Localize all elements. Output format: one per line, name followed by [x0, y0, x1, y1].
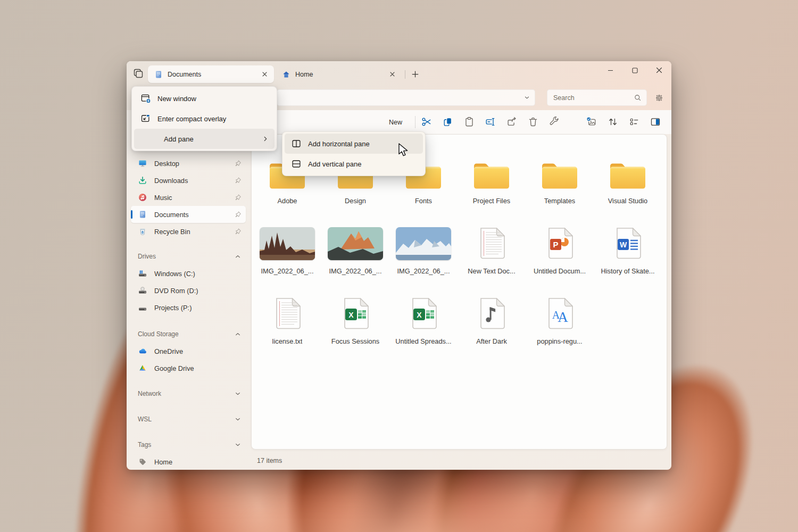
preview-pane-button[interactable]: [646, 113, 664, 131]
sidebar-item-onedrive[interactable]: OneDrive: [131, 343, 246, 360]
sidebar-item-windows-c[interactable]: Windows (C:): [131, 265, 246, 282]
file-item-folder[interactable]: Project Files: [458, 151, 526, 221]
search-input[interactable]: Search: [547, 89, 647, 106]
tab-close-button[interactable]: [387, 69, 397, 80]
new-window-icon: [140, 93, 151, 104]
sidebar-section-network[interactable]: Network: [127, 385, 250, 402]
sidebar-item-desktop[interactable]: Desktop: [131, 155, 246, 172]
pin-icon[interactable]: [234, 228, 242, 235]
menu-item-label: Enter compact overlay: [157, 115, 269, 123]
paste-button[interactable]: [460, 113, 478, 131]
sidebar-section-tags[interactable]: Tags: [127, 436, 250, 453]
sidebar-section-cloud-storage[interactable]: Cloud Storage: [127, 326, 250, 343]
sidebar-item-downloads[interactable]: Downloads: [131, 172, 246, 189]
menu-item-enter-compact-overlay[interactable]: Enter compact overlay: [134, 109, 275, 129]
address-bar[interactable]: [277, 89, 535, 106]
sidebar-item-recycle-bin[interactable]: Recycle Bin: [131, 223, 246, 240]
file-item-excel[interactable]: X Focus Sessions: [321, 291, 389, 361]
file-item-word[interactable]: W History of Skate...: [594, 221, 662, 291]
gear-icon: [654, 93, 664, 103]
file-item-label: license.txt: [272, 337, 303, 345]
cut-button[interactable]: [418, 113, 436, 131]
pin-icon[interactable]: [234, 160, 242, 167]
file-item-image[interactable]: IMG_2022_06_...: [321, 221, 389, 291]
minimize-button[interactable]: [598, 61, 622, 79]
maximize-button[interactable]: [622, 61, 647, 79]
folder-icon: [608, 160, 647, 190]
sidebar-item-documents[interactable]: Documents: [131, 206, 246, 223]
chevron-down-icon: [523, 94, 530, 101]
rename-icon: [485, 116, 496, 128]
tab-documents[interactable]: Documents: [148, 65, 274, 83]
pin-icon[interactable]: [234, 211, 242, 218]
file-item-text[interactable]: license.txt: [253, 291, 321, 361]
font-file-icon: A A: [545, 296, 574, 330]
toggle-selection-button[interactable]: [583, 113, 601, 131]
file-item-label: Visual Studio: [608, 197, 647, 205]
file-item-folder[interactable]: Visual Studio: [594, 151, 662, 221]
sidebar-item-dvd-d[interactable]: DVD Rom (D:): [131, 282, 246, 299]
file-item-powerpoint[interactable]: P Untitled Docum...: [526, 221, 594, 291]
horizontal-pane-icon: [291, 138, 302, 149]
sidebar-item-label: Recycle Bin: [154, 228, 234, 236]
settings-button[interactable]: [651, 90, 667, 106]
sidebar-item-label: Google Drive: [154, 364, 242, 372]
delete-button[interactable]: [524, 113, 542, 131]
pin-icon[interactable]: [234, 194, 242, 201]
svg-text:W: W: [620, 240, 627, 249]
file-item-text[interactable]: New Text Doc...: [458, 221, 526, 291]
file-item-folder[interactable]: Templates: [526, 151, 594, 221]
music-icon: [138, 193, 147, 202]
share-button[interactable]: [503, 113, 521, 131]
document-icon: [154, 70, 163, 79]
sort-icon: [607, 116, 619, 128]
copy-button[interactable]: [439, 113, 457, 131]
tab-label: Home: [295, 71, 387, 78]
folder-icon: [540, 160, 579, 190]
file-item-label: IMG_2022_06_...: [397, 267, 450, 275]
rename-button[interactable]: [481, 113, 500, 131]
menu-item-new-window[interactable]: New window: [134, 88, 275, 109]
sidebar-item-label: Desktop: [154, 160, 234, 168]
file-item-excel[interactable]: X Untitled Spreads...: [389, 291, 458, 361]
tab-close-button[interactable]: [259, 69, 270, 80]
pin-icon[interactable]: [234, 177, 242, 184]
plus-icon: [412, 71, 419, 78]
sidebar-item-google-drive[interactable]: Google Drive: [131, 360, 246, 377]
sidebar-section-drives[interactable]: Drives: [127, 248, 250, 265]
wrench-icon: [548, 116, 560, 128]
file-item-label: Templates: [544, 197, 575, 205]
sort-button[interactable]: [604, 113, 622, 131]
properties-button[interactable]: [545, 113, 563, 131]
tab-home[interactable]: Home: [276, 65, 402, 83]
chevron-down-icon: [234, 390, 242, 397]
svg-text:P: P: [553, 240, 558, 249]
file-item-font[interactable]: A A poppins-regu...: [526, 291, 594, 361]
sidebar-item-music[interactable]: Music: [131, 189, 246, 206]
file-item-image[interactable]: IMG_2022_06_...: [389, 221, 458, 291]
mouse-cursor: [397, 143, 411, 160]
chevron-right-icon: [262, 135, 269, 143]
new-tab-button[interactable]: [409, 68, 421, 81]
layout-button[interactable]: [625, 113, 643, 131]
file-item-image[interactable]: IMG_2022_06_...: [253, 221, 321, 291]
paste-icon: [463, 116, 475, 128]
file-item-audio[interactable]: After Dark: [458, 291, 526, 361]
drive-icon: [138, 303, 147, 312]
sidebar-item-label: OneDrive: [154, 347, 242, 355]
google-drive-icon: [138, 364, 147, 372]
sidebar-item-home-tag[interactable]: Home: [131, 453, 246, 470]
menu-item-add-pane[interactable]: Add pane: [134, 129, 275, 149]
file-item-label: Project Files: [473, 197, 510, 205]
sidebar-toggle-button[interactable]: [131, 66, 145, 80]
close-window-button[interactable]: [647, 61, 671, 79]
sidebar-item-projects-p[interactable]: Projects (P:): [131, 299, 246, 316]
excel-file-icon: X: [341, 296, 370, 330]
sidebar-section-wsl[interactable]: WSL: [127, 411, 250, 428]
trash-icon: [527, 116, 539, 128]
file-item-label: Adobe: [277, 197, 297, 205]
layout-icon: [628, 116, 640, 128]
file-item-label: IMG_2022_06_...: [261, 267, 314, 275]
new-item-button[interactable]: New: [384, 113, 407, 131]
file-item-label: Untitled Spreads...: [395, 337, 451, 345]
